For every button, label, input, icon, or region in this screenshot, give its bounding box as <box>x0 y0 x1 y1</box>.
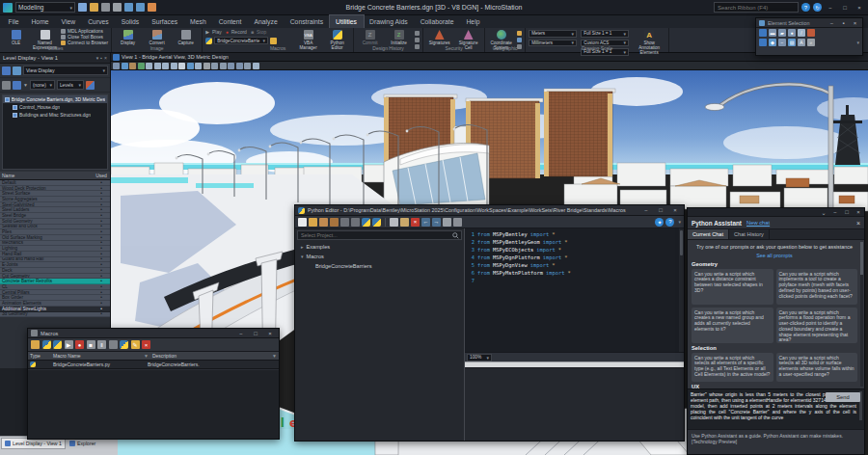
delete-macro-icon[interactable]: × <box>142 340 150 349</box>
ribbon-search-input[interactable] <box>714 2 799 13</box>
saved-views-icon[interactable] <box>253 63 259 69</box>
new-python-macro-icon[interactable] <box>42 340 51 349</box>
project-tree-item[interactable]: ▸ Examples <box>295 242 464 252</box>
find-icon[interactable] <box>443 218 451 227</box>
maximize-button[interactable]: □ <box>655 206 666 215</box>
minimize-button[interactable]: − <box>235 330 247 337</box>
chevron-down-icon[interactable]: ▾ <box>856 40 859 45</box>
record-icon[interactable]: ● <box>75 340 84 349</box>
file-tree-item[interactable]: Bridge Concrete Barriers.dgn, 3D Metric … <box>3 95 107 103</box>
macro-selector[interactable]: BridgeConcreteBarrie▾ <box>214 37 268 44</box>
fit-view-icon[interactable] <box>187 63 194 69</box>
prompt-card[interactable]: Can you write a script which creates a n… <box>692 308 773 343</box>
file-checkbox[interactable] <box>13 105 17 110</box>
zoom-in-icon[interactable] <box>162 63 169 69</box>
ribbon-tab[interactable]: Surfaces <box>146 15 184 28</box>
edit-macro-icon[interactable] <box>270 38 277 44</box>
level-row[interactable]: 3d Geometry • <box>0 312 110 318</box>
subtract-selection-icon[interactable]: − <box>778 39 786 46</box>
pin-icon[interactable]: ▪ <box>100 55 102 61</box>
help-icon[interactable]: ? <box>801 3 810 12</box>
column-name[interactable]: Name <box>0 173 93 178</box>
undo-icon[interactable]: ← <box>421 218 430 227</box>
geographic-tool-icon[interactable] <box>517 31 522 36</box>
close-tool-boxes-button[interactable]: Close Tool Boxes <box>61 35 108 40</box>
pause-icon[interactable]: ‖ <box>97 340 106 349</box>
capture-button[interactable]: Capture <box>173 29 199 45</box>
save-icon[interactable] <box>340 218 349 227</box>
add-selection-icon[interactable]: ◆ <box>769 39 776 46</box>
paste-icon[interactable] <box>400 218 409 227</box>
ribbon-tab[interactable]: Solids <box>115 15 146 28</box>
new-chat-link[interactable]: New chat <box>746 220 770 226</box>
ribbon-tab[interactable]: Analyze <box>248 15 284 28</box>
ribbon-tab[interactable]: Content <box>212 15 248 28</box>
stop-icon[interactable]: ■ <box>87 340 95 349</box>
display-style-icon[interactable] <box>122 63 128 69</box>
clip-volume-icon[interactable] <box>236 63 243 69</box>
ribbon-tab[interactable]: Mesh <box>184 15 213 28</box>
prompt-card[interactable]: Can you write a script which implements … <box>776 269 858 305</box>
change-level-icon[interactable] <box>2 67 11 75</box>
maximize-button[interactable]: □ <box>841 208 853 216</box>
ole-button[interactable]: OLE <box>3 29 29 45</box>
redo-icon[interactable]: → <box>432 218 441 227</box>
pan-view-icon[interactable] <box>154 63 161 69</box>
file-checkbox[interactable] <box>13 113 17 118</box>
display-button[interactable]: Display <box>115 29 141 45</box>
python-assistant-toggle-icon[interactable]: ✦ <box>655 218 664 227</box>
close-icon[interactable]: × <box>856 220 860 227</box>
import-folder-icon[interactable] <box>319 218 328 227</box>
assistant-tab[interactable]: Current Chat <box>688 229 729 239</box>
undo-view-icon[interactable] <box>211 63 218 69</box>
prompt-card[interactable]: Can you write a script which performs a … <box>776 308 858 343</box>
select-project-input[interactable] <box>298 232 452 238</box>
macros-titlebar[interactable]: Macros − □ × <box>28 329 279 338</box>
close-button[interactable]: × <box>853 208 864 216</box>
assistant-tab[interactable]: Chat History <box>729 229 770 239</box>
minimize-button[interactable]: − <box>825 3 836 12</box>
project-tree-item[interactable]: ▾ Macros <box>295 252 464 261</box>
rotate-view-icon[interactable] <box>146 63 152 69</box>
level-table-header[interactable]: Name Used <box>0 172 110 180</box>
units-selector[interactable]: Meters▾ <box>529 30 577 38</box>
copy-view-icon[interactable] <box>228 63 234 69</box>
commit-button[interactable]: Z Commit <box>357 29 383 45</box>
show-all-levels-icon[interactable] <box>13 81 21 90</box>
prompt-card[interactable]: Can you write a script which selects all… <box>692 353 773 382</box>
open-icon[interactable] <box>90 3 98 12</box>
edit-macro-icon[interactable]: ✎ <box>131 340 140 349</box>
code-editor[interactable]: 1 from MSPyBentley import * 2 from MSPyB… <box>465 228 684 352</box>
individual-select-icon[interactable] <box>759 29 767 37</box>
prompt-card[interactable]: Can you write a script which creates a d… <box>692 269 773 305</box>
close-icon[interactable]: × <box>104 55 107 61</box>
zoom-out-icon[interactable] <box>171 63 177 69</box>
ribbon-tab[interactable]: Home <box>25 15 55 28</box>
code-vertical-scrollbar[interactable] <box>679 228 684 352</box>
comment-icon[interactable] <box>453 218 462 227</box>
play-macro-button[interactable]: ▶Play <box>205 29 222 35</box>
workflow-selector[interactable]: Modeling▾ <box>15 2 75 13</box>
close-button[interactable]: × <box>851 19 859 27</box>
chevron-down-icon[interactable]: ⌄ <box>818 208 829 216</box>
new-file-icon[interactable] <box>298 218 307 227</box>
open-folder-icon[interactable] <box>309 218 317 227</box>
view-display-selector[interactable]: View Display▾ <box>23 66 108 75</box>
assistant-scrollbar[interactable] <box>860 242 863 387</box>
column-type[interactable]: Type <box>30 353 53 359</box>
help-icon[interactable]: ? <box>665 218 674 227</box>
vba-project-icon[interactable] <box>109 340 118 349</box>
window-area-icon[interactable] <box>178 63 185 69</box>
geographic-tool-icon[interactable] <box>517 38 522 42</box>
zoom-selector[interactable]: 100%▾ <box>467 354 492 361</box>
design-history-tool-icon[interactable] <box>415 31 420 36</box>
output-console[interactable] <box>465 367 684 441</box>
level-color-icon[interactable] <box>86 81 95 90</box>
record-macro-button[interactable]: ●Record <box>226 29 247 35</box>
ribbon-tab[interactable]: Curves <box>82 15 116 28</box>
ribbon-tab[interactable]: File <box>2 15 25 28</box>
drawing-scale-selector[interactable]: Full Size 1 = 1▾ <box>581 30 629 38</box>
column-macro-name[interactable]: Macro Name <box>53 353 142 359</box>
open-python-macro-icon[interactable] <box>53 340 62 349</box>
chevron-down-icon[interactable]: ▾ <box>678 219 681 225</box>
